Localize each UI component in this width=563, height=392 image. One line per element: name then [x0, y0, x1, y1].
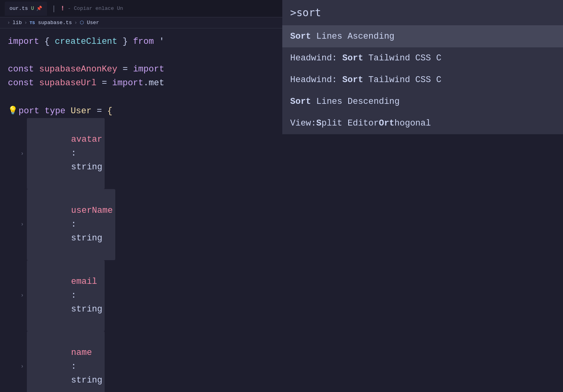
- lightbulb-icon: 💡: [8, 105, 18, 117]
- arrow-icon: ›: [21, 362, 24, 371]
- result-bold-ort: Ort: [379, 118, 394, 128]
- result-normal-hogonal: hogonal: [394, 118, 431, 128]
- result-prefix: Headwind:: [290, 53, 342, 63]
- interface-icon: ⬡: [80, 20, 84, 26]
- member-highlight: name : string: [27, 331, 105, 392]
- result-item-headwind-1[interactable]: Headwind: Sort Tailwind CSS C: [282, 47, 563, 69]
- result-prefix: Headwind:: [290, 75, 342, 85]
- arrow-icon: ›: [21, 149, 24, 158]
- breadcrumb-sep1: ›: [24, 20, 27, 26]
- result-normal: Lines Descending: [311, 97, 400, 107]
- result-normal-plit: plit Editor: [321, 118, 379, 128]
- tab-filename: our.ts: [9, 6, 28, 11]
- pin-icon: 📌: [36, 6, 42, 11]
- result-item-sort-descending[interactable]: Sort Lines Descending: [282, 91, 563, 113]
- result-prefix-view: View:: [290, 118, 316, 128]
- editor-area: our.ts U 📌 | ! - Copiar enlace Un › lib …: [0, 0, 563, 392]
- result-item-sort-ascending[interactable]: Sort Lines Ascending: [282, 26, 563, 47]
- tab-warning: !: [61, 5, 65, 12]
- breadcrumb-sep2: ›: [74, 20, 77, 26]
- result-bold: Sort: [342, 75, 363, 85]
- member-highlight: email : string: [27, 260, 105, 331]
- result-normal: Tailwind CSS C: [363, 53, 441, 63]
- result-normal: Lines Ascending: [311, 32, 394, 41]
- tab-separator: |: [52, 5, 56, 13]
- command-palette-search-bar[interactable]: [282, 0, 563, 26]
- breadcrumb-filename: supabase.ts: [38, 20, 72, 26]
- result-bold: Sort: [342, 53, 363, 63]
- result-item-headwind-2[interactable]: Headwind: Sort Tailwind CSS C: [282, 69, 563, 91]
- result-bold-s: S: [316, 118, 321, 128]
- member-highlight: userName : string: [27, 189, 115, 260]
- tab-copiar-text: - Copiar enlace Un: [68, 6, 123, 11]
- breadcrumb-arrow: ›: [7, 20, 10, 26]
- breadcrumb-ts-badge: TS: [30, 21, 35, 25]
- member-highlight: avatar : string: [27, 118, 105, 189]
- command-palette-results: Sort Lines Ascending Headwind: Sort Tail…: [282, 26, 563, 134]
- arrow-icon: ›: [21, 291, 24, 300]
- tab-status: U: [31, 6, 34, 11]
- result-normal: Tailwind CSS C: [363, 75, 441, 85]
- command-palette: Sort Lines Ascending Headwind: Sort Tail…: [282, 0, 563, 392]
- result-item-split-editor[interactable]: View: S plit Editor Ort hogonal: [282, 113, 563, 134]
- result-bold: Sort: [290, 32, 311, 41]
- arrow-icon: ›: [21, 220, 24, 229]
- result-bold: Sort: [290, 97, 311, 107]
- breadcrumb-symbol: User: [87, 20, 99, 26]
- breadcrumb-lib: lib: [13, 20, 22, 26]
- command-palette-input[interactable]: [290, 7, 555, 19]
- tab-item[interactable]: our.ts U 📌: [5, 2, 47, 16]
